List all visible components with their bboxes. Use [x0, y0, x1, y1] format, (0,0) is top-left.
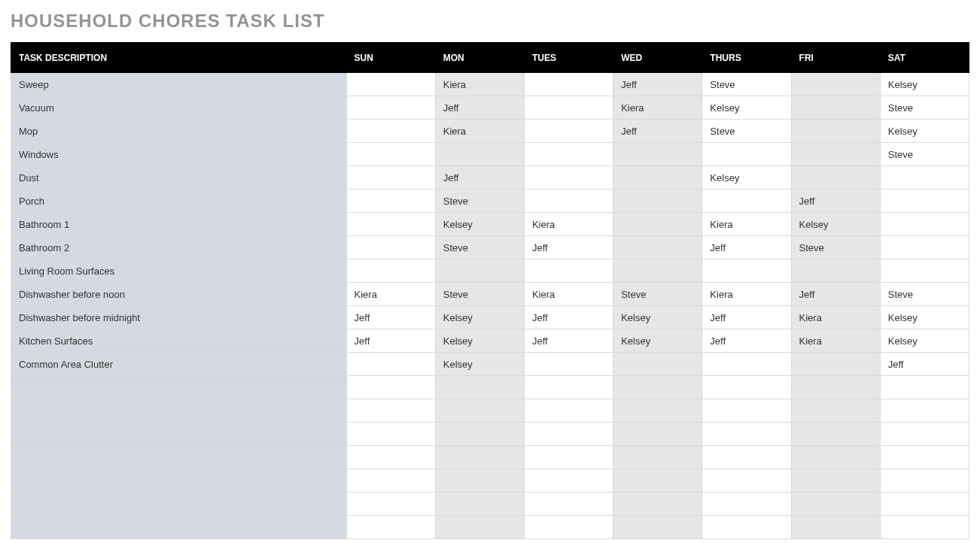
cell-sat[interactable] — [880, 516, 969, 539]
cell-thurs[interactable] — [702, 399, 791, 423]
cell-mon[interactable] — [435, 493, 524, 516]
cell-tues[interactable] — [524, 399, 613, 423]
cell-sun[interactable] — [346, 120, 435, 143]
task-description-cell[interactable]: Dishwasher before midnight — [11, 306, 347, 329]
cell-fri[interactable] — [791, 446, 880, 469]
cell-fri[interactable] — [791, 120, 880, 143]
cell-fri[interactable] — [791, 493, 880, 516]
cell-sun[interactable] — [346, 469, 435, 493]
cell-thurs[interactable]: Kiera — [702, 283, 791, 306]
task-description-cell[interactable]: Sweep — [11, 73, 347, 96]
cell-mon[interactable]: Kelsey — [435, 213, 524, 236]
cell-mon[interactable] — [435, 446, 524, 469]
cell-fri[interactable] — [791, 469, 880, 493]
cell-tues[interactable] — [524, 96, 613, 120]
cell-sun[interactable]: Kiera — [346, 283, 435, 306]
cell-thurs[interactable] — [702, 423, 791, 446]
cell-sat[interactable] — [880, 236, 969, 259]
cell-wed[interactable] — [613, 143, 702, 166]
cell-sun[interactable] — [346, 236, 435, 259]
cell-thurs[interactable]: Steve — [702, 120, 791, 143]
cell-tues[interactable] — [524, 376, 613, 399]
cell-tues[interactable] — [524, 516, 613, 539]
cell-fri[interactable]: Steve — [791, 236, 880, 259]
cell-wed[interactable] — [613, 516, 702, 539]
cell-mon[interactable] — [435, 143, 524, 166]
cell-wed[interactable] — [613, 493, 702, 516]
cell-sat[interactable] — [880, 423, 969, 446]
cell-wed[interactable] — [613, 213, 702, 236]
cell-sun[interactable]: Jeff — [346, 329, 435, 353]
cell-tues[interactable] — [524, 259, 613, 283]
task-description-cell[interactable] — [11, 423, 347, 446]
cell-wed[interactable]: Jeff — [613, 120, 702, 143]
cell-sun[interactable] — [346, 96, 435, 120]
cell-wed[interactable] — [613, 236, 702, 259]
cell-wed[interactable] — [613, 399, 702, 423]
cell-fri[interactable] — [791, 259, 880, 283]
task-description-cell[interactable]: Living Room Surfaces — [11, 259, 347, 283]
cell-fri[interactable] — [791, 353, 880, 376]
cell-fri[interactable] — [791, 516, 880, 539]
cell-mon[interactable]: Kelsey — [435, 329, 524, 353]
task-description-cell[interactable]: Bathroom 1 — [11, 213, 347, 236]
cell-mon[interactable]: Steve — [435, 283, 524, 306]
cell-sat[interactable] — [880, 493, 969, 516]
cell-wed[interactable] — [613, 166, 702, 190]
cell-thurs[interactable]: Jeff — [702, 329, 791, 353]
cell-wed[interactable]: Kiera — [613, 96, 702, 120]
cell-fri[interactable]: Kiera — [791, 329, 880, 353]
cell-sun[interactable] — [346, 353, 435, 376]
cell-fri[interactable] — [791, 143, 880, 166]
cell-tues[interactable]: Jeff — [524, 306, 613, 329]
cell-sun[interactable] — [346, 259, 435, 283]
cell-fri[interactable] — [791, 399, 880, 423]
cell-sat[interactable] — [880, 166, 969, 190]
cell-mon[interactable]: Jeff — [435, 166, 524, 190]
cell-fri[interactable] — [791, 423, 880, 446]
cell-wed[interactable]: Steve — [613, 283, 702, 306]
cell-wed[interactable] — [613, 446, 702, 469]
cell-wed[interactable]: Kelsey — [613, 329, 702, 353]
cell-sat[interactable] — [880, 399, 969, 423]
cell-tues[interactable] — [524, 469, 613, 493]
cell-tues[interactable] — [524, 446, 613, 469]
cell-thurs[interactable] — [702, 446, 791, 469]
task-description-cell[interactable]: Mop — [11, 120, 347, 143]
cell-tues[interactable] — [524, 190, 613, 213]
cell-sat[interactable] — [880, 259, 969, 283]
cell-thurs[interactable] — [702, 259, 791, 283]
cell-tues[interactable] — [524, 166, 613, 190]
cell-wed[interactable] — [613, 259, 702, 283]
cell-sun[interactable] — [346, 190, 435, 213]
task-description-cell[interactable]: Dishwasher before noon — [11, 283, 347, 306]
cell-sat[interactable] — [880, 376, 969, 399]
cell-sun[interactable] — [346, 493, 435, 516]
cell-mon[interactable] — [435, 259, 524, 283]
cell-mon[interactable] — [435, 516, 524, 539]
cell-thurs[interactable]: Jeff — [702, 306, 791, 329]
cell-mon[interactable]: Jeff — [435, 96, 524, 120]
cell-mon[interactable]: Kiera — [435, 73, 524, 96]
cell-sat[interactable]: Kelsey — [880, 306, 969, 329]
cell-wed[interactable]: Kelsey — [613, 306, 702, 329]
cell-fri[interactable] — [791, 166, 880, 190]
cell-thurs[interactable] — [702, 493, 791, 516]
cell-thurs[interactable] — [702, 516, 791, 539]
cell-sun[interactable] — [346, 423, 435, 446]
task-description-cell[interactable] — [11, 469, 347, 493]
task-description-cell[interactable]: Common Area Clutter — [11, 353, 347, 376]
cell-fri[interactable]: Jeff — [791, 283, 880, 306]
cell-sun[interactable] — [346, 446, 435, 469]
cell-thurs[interactable]: Kelsey — [702, 96, 791, 120]
cell-sat[interactable] — [880, 190, 969, 213]
cell-sat[interactable]: Kelsey — [880, 120, 969, 143]
cell-wed[interactable] — [613, 190, 702, 213]
cell-sun[interactable] — [346, 516, 435, 539]
cell-mon[interactable]: Kiera — [435, 120, 524, 143]
cell-thurs[interactable]: Kelsey — [702, 166, 791, 190]
cell-wed[interactable] — [613, 376, 702, 399]
cell-fri[interactable] — [791, 96, 880, 120]
task-description-cell[interactable] — [11, 376, 347, 399]
cell-sat[interactable]: Steve — [880, 143, 969, 166]
